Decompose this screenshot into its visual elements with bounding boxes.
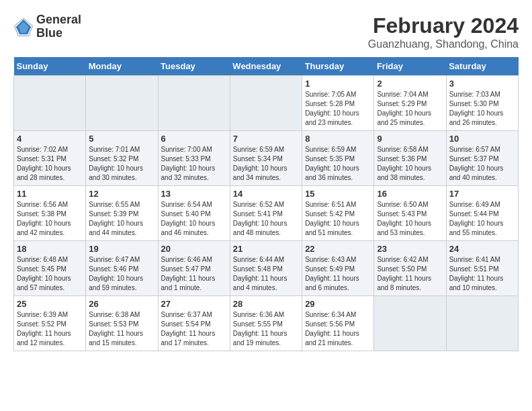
day-info: Sunrise: 7:04 AMSunset: 5:29 PMDaylight:…	[377, 90, 443, 128]
calendar-cell: 25Sunrise: 6:39 AMSunset: 5:52 PMDayligh…	[14, 296, 86, 351]
weekday-header: Monday	[86, 57, 158, 76]
calendar-cell	[14, 76, 86, 131]
calendar-cell: 6Sunrise: 7:00 AMSunset: 5:33 PMDaylight…	[158, 131, 230, 186]
month-year-title: February 2024	[368, 13, 519, 38]
calendar-cell: 7Sunrise: 6:59 AMSunset: 5:34 PMDaylight…	[230, 131, 302, 186]
day-info: Sunrise: 6:54 AMSunset: 5:40 PMDaylight:…	[161, 200, 227, 238]
calendar-cell: 18Sunrise: 6:48 AMSunset: 5:45 PMDayligh…	[14, 241, 86, 296]
day-info: Sunrise: 6:49 AMSunset: 5:44 PMDaylight:…	[449, 200, 515, 238]
day-number: 28	[233, 299, 299, 309]
calendar-cell: 8Sunrise: 6:59 AMSunset: 5:35 PMDaylight…	[302, 131, 374, 186]
day-number: 22	[305, 244, 371, 254]
calendar-cell: 11Sunrise: 6:56 AMSunset: 5:38 PMDayligh…	[14, 186, 86, 241]
weekday-header: Thursday	[302, 57, 374, 76]
weekday-header: Sunday	[14, 57, 86, 76]
day-info: Sunrise: 6:39 AMSunset: 5:52 PMDaylight:…	[17, 310, 83, 348]
day-number: 7	[233, 134, 299, 144]
day-number: 13	[161, 189, 227, 199]
header: General Blue February 2024 Guanzhuang, S…	[13, 13, 519, 50]
calendar-cell	[230, 76, 302, 131]
calendar-cell: 16Sunrise: 6:50 AMSunset: 5:43 PMDayligh…	[374, 186, 446, 241]
calendar-cell: 15Sunrise: 6:51 AMSunset: 5:42 PMDayligh…	[302, 186, 374, 241]
day-info: Sunrise: 6:47 AMSunset: 5:46 PMDaylight:…	[89, 255, 154, 293]
day-info: Sunrise: 6:59 AMSunset: 5:34 PMDaylight:…	[233, 145, 299, 183]
day-number: 11	[17, 189, 83, 199]
day-info: Sunrise: 7:03 AMSunset: 5:30 PMDaylight:…	[449, 90, 515, 128]
day-info: Sunrise: 6:38 AMSunset: 5:53 PMDaylight:…	[89, 310, 154, 348]
day-number: 10	[449, 134, 515, 144]
weekday-header: Wednesday	[230, 57, 302, 76]
calendar-cell: 5Sunrise: 7:01 AMSunset: 5:32 PMDaylight…	[86, 131, 158, 186]
day-number: 2	[377, 79, 443, 89]
calendar-week-row: 1Sunrise: 7:05 AMSunset: 5:28 PMDaylight…	[14, 76, 519, 131]
calendar-cell: 24Sunrise: 6:41 AMSunset: 5:51 PMDayligh…	[446, 241, 518, 296]
location-subtitle: Guanzhuang, Shandong, China	[368, 38, 519, 50]
day-number: 29	[305, 299, 371, 309]
calendar-table: SundayMondayTuesdayWednesdayThursdayFrid…	[13, 57, 519, 351]
weekday-header: Friday	[374, 57, 446, 76]
calendar-cell: 23Sunrise: 6:42 AMSunset: 5:50 PMDayligh…	[374, 241, 446, 296]
day-number: 4	[17, 134, 83, 144]
calendar-cell: 4Sunrise: 7:02 AMSunset: 5:31 PMDaylight…	[14, 131, 86, 186]
day-info: Sunrise: 6:55 AMSunset: 5:39 PMDaylight:…	[89, 200, 154, 238]
calendar-week-row: 18Sunrise: 6:48 AMSunset: 5:45 PMDayligh…	[14, 241, 519, 296]
weekday-header: Tuesday	[158, 57, 230, 76]
day-info: Sunrise: 6:37 AMSunset: 5:54 PMDaylight:…	[161, 310, 227, 348]
day-number: 27	[161, 299, 227, 309]
day-info: Sunrise: 6:48 AMSunset: 5:45 PMDaylight:…	[17, 255, 83, 293]
day-info: Sunrise: 6:59 AMSunset: 5:35 PMDaylight:…	[305, 145, 371, 183]
calendar-cell: 29Sunrise: 6:34 AMSunset: 5:56 PMDayligh…	[302, 296, 374, 351]
day-number: 26	[89, 299, 154, 309]
day-number: 24	[449, 244, 515, 254]
generalblue-logo-icon	[13, 17, 34, 37]
day-number: 23	[377, 244, 443, 254]
title-area: February 2024 Guanzhuang, Shandong, Chin…	[368, 13, 519, 50]
day-info: Sunrise: 6:56 AMSunset: 5:38 PMDaylight:…	[17, 200, 83, 238]
logo-text: General Blue	[36, 13, 81, 40]
calendar-cell: 20Sunrise: 6:46 AMSunset: 5:47 PMDayligh…	[158, 241, 230, 296]
calendar-week-row: 25Sunrise: 6:39 AMSunset: 5:52 PMDayligh…	[14, 296, 519, 351]
day-number: 17	[449, 189, 515, 199]
day-number: 20	[161, 244, 227, 254]
day-info: Sunrise: 6:36 AMSunset: 5:55 PMDaylight:…	[233, 310, 299, 348]
calendar-cell	[374, 296, 446, 351]
calendar-cell	[86, 76, 158, 131]
day-info: Sunrise: 6:57 AMSunset: 5:37 PMDaylight:…	[449, 145, 515, 183]
day-info: Sunrise: 6:34 AMSunset: 5:56 PMDaylight:…	[305, 310, 371, 348]
day-number: 15	[305, 189, 371, 199]
day-info: Sunrise: 6:46 AMSunset: 5:47 PMDaylight:…	[161, 255, 227, 293]
day-info: Sunrise: 7:00 AMSunset: 5:33 PMDaylight:…	[161, 145, 227, 183]
weekday-header-row: SundayMondayTuesdayWednesdayThursdayFrid…	[14, 57, 519, 76]
calendar-cell: 19Sunrise: 6:47 AMSunset: 5:46 PMDayligh…	[86, 241, 158, 296]
day-info: Sunrise: 6:52 AMSunset: 5:41 PMDaylight:…	[233, 200, 299, 238]
calendar-cell	[158, 76, 230, 131]
day-info: Sunrise: 6:41 AMSunset: 5:51 PMDaylight:…	[449, 255, 515, 293]
calendar-cell: 13Sunrise: 6:54 AMSunset: 5:40 PMDayligh…	[158, 186, 230, 241]
day-info: Sunrise: 6:42 AMSunset: 5:50 PMDaylight:…	[377, 255, 443, 293]
logo: General Blue	[13, 13, 81, 40]
calendar-cell: 26Sunrise: 6:38 AMSunset: 5:53 PMDayligh…	[86, 296, 158, 351]
day-number: 5	[89, 134, 154, 144]
day-number: 1	[305, 79, 371, 89]
day-info: Sunrise: 6:44 AMSunset: 5:48 PMDaylight:…	[233, 255, 299, 293]
calendar-cell: 17Sunrise: 6:49 AMSunset: 5:44 PMDayligh…	[446, 186, 518, 241]
day-info: Sunrise: 6:51 AMSunset: 5:42 PMDaylight:…	[305, 200, 371, 238]
day-number: 19	[89, 244, 154, 254]
calendar-cell: 1Sunrise: 7:05 AMSunset: 5:28 PMDaylight…	[302, 76, 374, 131]
calendar-week-row: 11Sunrise: 6:56 AMSunset: 5:38 PMDayligh…	[14, 186, 519, 241]
day-number: 18	[17, 244, 83, 254]
calendar-week-row: 4Sunrise: 7:02 AMSunset: 5:31 PMDaylight…	[14, 131, 519, 186]
day-info: Sunrise: 6:58 AMSunset: 5:36 PMDaylight:…	[377, 145, 443, 183]
calendar-cell: 3Sunrise: 7:03 AMSunset: 5:30 PMDaylight…	[446, 76, 518, 131]
day-number: 6	[161, 134, 227, 144]
day-number: 8	[305, 134, 371, 144]
calendar-cell: 27Sunrise: 6:37 AMSunset: 5:54 PMDayligh…	[158, 296, 230, 351]
day-info: Sunrise: 7:01 AMSunset: 5:32 PMDaylight:…	[89, 145, 154, 183]
calendar-cell: 10Sunrise: 6:57 AMSunset: 5:37 PMDayligh…	[446, 131, 518, 186]
calendar-cell: 21Sunrise: 6:44 AMSunset: 5:48 PMDayligh…	[230, 241, 302, 296]
day-number: 21	[233, 244, 299, 254]
calendar-cell: 12Sunrise: 6:55 AMSunset: 5:39 PMDayligh…	[86, 186, 158, 241]
calendar-cell	[446, 296, 518, 351]
calendar-cell: 14Sunrise: 6:52 AMSunset: 5:41 PMDayligh…	[230, 186, 302, 241]
day-number: 3	[449, 79, 515, 89]
